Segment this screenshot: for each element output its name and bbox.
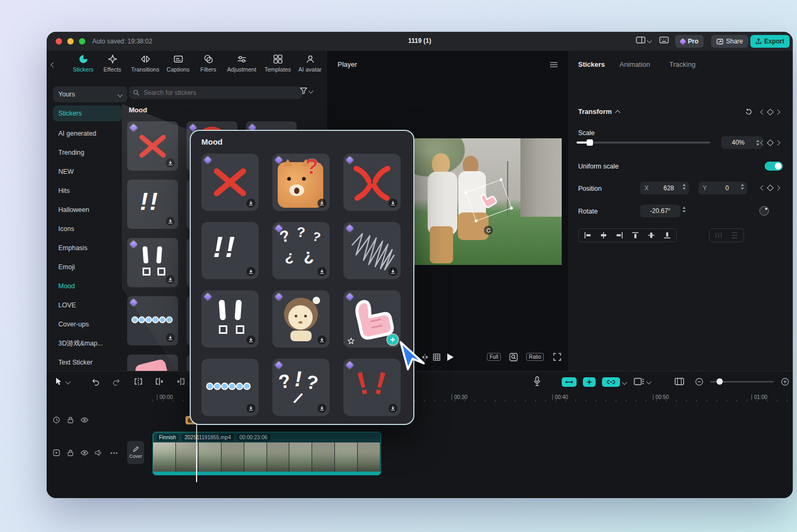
microphone-icon[interactable]	[534, 376, 541, 386]
delete-left-icon[interactable]	[155, 377, 164, 386]
tab-properties-tracking[interactable]: Tracking	[669, 60, 695, 68]
rotate-knob[interactable]	[759, 206, 769, 216]
download-icon[interactable]	[317, 267, 326, 276]
track-visibility-icon[interactable]	[81, 417, 88, 423]
sidebar-item-text-sticker[interactable]: Text Sticker	[53, 354, 122, 370]
sidebar-item-trending[interactable]: Trending	[53, 145, 122, 161]
interrobang-sticker[interactable]: ? ! ? /	[272, 359, 330, 416]
download-icon[interactable]	[317, 199, 326, 208]
download-icon[interactable]	[388, 199, 397, 208]
mask-tool-button[interactable]	[634, 377, 651, 386]
audio-tool-button[interactable]	[562, 377, 577, 387]
download-icon[interactable]	[317, 335, 326, 344]
sidebar-item-new[interactable]: NEW	[53, 164, 122, 180]
position-x-stepper[interactable]	[683, 184, 686, 190]
download-icon[interactable]	[246, 267, 255, 276]
sidebar-item-hits[interactable]: Hits	[53, 183, 122, 199]
distribute-h-icon[interactable]	[711, 229, 727, 241]
zoom-out-icon[interactable]	[695, 378, 703, 386]
position-y-input[interactable]: Y 0	[698, 182, 747, 194]
caption-tool-button[interactable]	[602, 377, 626, 387]
favorite-star-icon[interactable]	[348, 338, 355, 344]
download-icon[interactable]	[246, 404, 255, 413]
fullscreen-icon[interactable]	[553, 353, 561, 361]
scale-slider-handle[interactable]	[587, 139, 593, 146]
yours-dropdown[interactable]: Yours	[53, 86, 127, 102]
position-y-stepper[interactable]	[741, 184, 744, 190]
export-button[interactable]: Export	[750, 35, 790, 48]
track-visibility-icon[interactable]	[81, 450, 88, 456]
transform-handle[interactable]	[510, 206, 513, 209]
zoom-preview-icon[interactable]	[509, 353, 518, 361]
position-x-input[interactable]: X 628	[640, 182, 689, 194]
reset-icon[interactable]	[745, 108, 752, 116]
align-bottom-icon[interactable]	[659, 229, 675, 241]
grid-icon[interactable]	[433, 353, 440, 361]
track-lock-icon[interactable]	[67, 449, 74, 456]
redo-icon[interactable]	[112, 378, 121, 386]
distribute-v-icon[interactable]	[727, 229, 742, 241]
shortcuts-button[interactable]	[659, 37, 669, 44]
outline-exclamations-sticker[interactable]	[201, 290, 259, 348]
scale-value-box[interactable]: 40%	[721, 136, 763, 149]
sidebar-item-3d-map[interactable]: 3D游戏&map...	[53, 335, 122, 351]
download-icon[interactable]	[388, 267, 397, 276]
white-exclamations-sticker[interactable]: !!	[201, 222, 259, 279]
track-mute-icon[interactable]	[95, 449, 102, 456]
download-icon[interactable]	[246, 335, 255, 344]
track-more-icon[interactable]	[110, 452, 118, 454]
player-menu-button[interactable]	[550, 61, 558, 68]
sidebar-item-cover-ups[interactable]: Cover-ups	[53, 316, 122, 332]
anime-girl-sticker[interactable]	[272, 290, 330, 348]
layout-toggle-button[interactable]	[636, 37, 651, 44]
full-button[interactable]: Full	[487, 353, 501, 361]
sidebar-item-stickers[interactable]: Stickers	[53, 105, 122, 121]
sidebar-item-mood[interactable]: Mood	[53, 278, 122, 294]
cat-question-sticker[interactable]: ?	[272, 154, 330, 211]
video-clip[interactable]: Finnish 202511191855.mp4 00:00:23:06	[153, 432, 381, 475]
tab-stickers[interactable]: Stickers	[68, 54, 99, 73]
align-h-center-icon[interactable]	[596, 229, 612, 241]
rotate-stepper[interactable]	[683, 207, 686, 212]
transform-handle[interactable]	[499, 178, 502, 181]
sidebar-item-emphasis[interactable]: Emphasis	[53, 240, 122, 256]
timeline-zoom-handle[interactable]	[716, 378, 723, 385]
keyframe-diamond-icon[interactable]	[767, 109, 774, 116]
transform-handle[interactable]	[464, 191, 467, 194]
red-exclamations-sticker[interactable]: ! !	[343, 359, 401, 416]
play-button[interactable]	[447, 353, 454, 361]
align-v-middle-icon[interactable]	[643, 229, 659, 241]
next-keyframe-icon[interactable]	[775, 110, 781, 115]
scale-keyframe-control[interactable]	[761, 140, 780, 145]
timeline-zoom-slider[interactable]	[710, 381, 774, 383]
scale-stepper[interactable]	[756, 140, 759, 146]
transform-section-header[interactable]: Transform	[578, 108, 619, 116]
sidebar-item-emoji[interactable]: Emoji	[53, 259, 122, 275]
film-frame-icon[interactable]	[675, 377, 684, 386]
ratio-button[interactable]: Ratio	[526, 353, 544, 361]
scribble-sticker[interactable]	[343, 222, 401, 279]
download-icon[interactable]	[388, 404, 397, 413]
filter-button[interactable]	[300, 87, 313, 94]
thumbs-up-sticker[interactable]	[343, 290, 401, 348]
uniform-scale-toggle[interactable]	[765, 162, 783, 171]
download-icon[interactable]	[317, 404, 326, 413]
prev-keyframe-icon[interactable]	[760, 110, 766, 115]
align-top-icon[interactable]	[627, 229, 643, 241]
sidebar-item-love[interactable]: LOVE	[53, 297, 122, 313]
align-left-icon[interactable]	[580, 229, 596, 241]
back-button[interactable]	[51, 59, 55, 69]
smart-tool-button[interactable]	[583, 377, 596, 387]
keyframe-control[interactable]	[761, 110, 780, 114]
tab-properties-stickers[interactable]: Stickers	[578, 60, 605, 68]
align-right-icon[interactable]	[612, 229, 627, 241]
rotate-handle[interactable]	[484, 226, 493, 235]
anger-mark-sticker[interactable]	[343, 154, 401, 211]
sidebar-item-icons[interactable]: Icons	[53, 221, 122, 237]
zoom-in-icon[interactable]	[781, 378, 789, 386]
download-icon[interactable]	[246, 199, 255, 208]
undo-icon[interactable]	[91, 378, 100, 386]
blue-dots-sticker[interactable]	[201, 359, 259, 416]
select-tool-button[interactable]	[55, 377, 70, 386]
track-lock-icon[interactable]	[67, 416, 74, 423]
